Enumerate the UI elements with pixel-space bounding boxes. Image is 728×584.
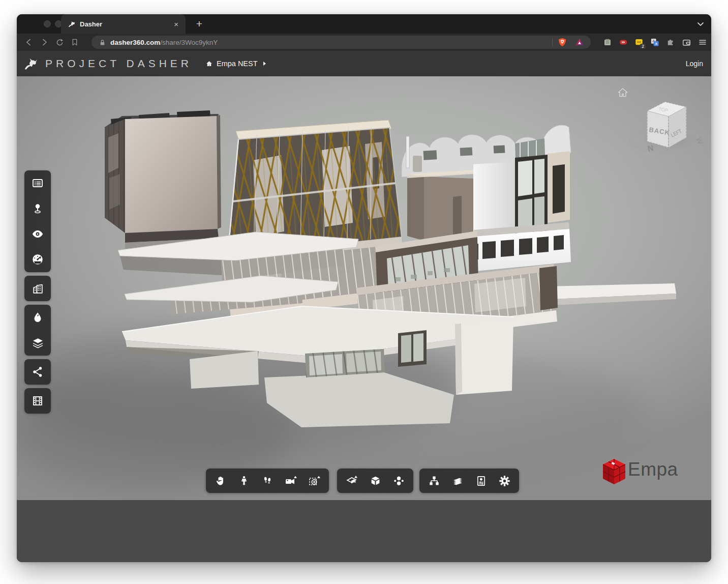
building-icon [32, 282, 44, 295]
building-button[interactable] [24, 276, 51, 301]
pill-separator [552, 38, 553, 46]
layer-stack-button[interactable] [446, 469, 469, 493]
url-domain: dasher360.com [110, 39, 160, 46]
page-title: PROJECT DASHER [45, 57, 192, 70]
navigation-toolbar [206, 469, 329, 493]
model-tree-button[interactable] [422, 469, 446, 493]
pan-button[interactable] [209, 469, 232, 493]
bookmark-icon [70, 38, 79, 47]
tab-title: Dasher [80, 20, 174, 28]
notes-extension-icon[interactable] [603, 38, 612, 47]
dashboard-list-button[interactable] [24, 170, 51, 196]
tab-strip: Dasher × + [17, 14, 711, 34]
water-button[interactable] [24, 305, 51, 330]
back-button[interactable] [21, 36, 37, 49]
layers-button[interactable] [24, 330, 51, 356]
zoom-window-icon [308, 474, 321, 487]
pin-button[interactable] [24, 196, 51, 221]
browser-window: Dasher × + d [17, 14, 711, 562]
extension-icons: 2 A a [603, 36, 707, 49]
url-path: /share/3Woc9yknY [160, 39, 218, 46]
share-button[interactable] [24, 359, 51, 385]
speed-extension-icon[interactable] [619, 38, 628, 47]
timeline-panel [17, 500, 711, 562]
bookmark-button[interactable] [67, 36, 82, 49]
menu-icon[interactable] [698, 38, 707, 47]
gazelle-logo-icon [23, 56, 38, 71]
cream-module [548, 151, 570, 223]
sidebar-group-share [24, 359, 51, 385]
new-tab-button[interactable]: + [192, 16, 207, 32]
login-button[interactable]: Login [686, 60, 703, 68]
brown-module [407, 170, 473, 241]
film-button[interactable] [24, 388, 51, 414]
droplet-icon [32, 311, 44, 324]
sidebar-group-environment [24, 305, 51, 356]
close-window-button[interactable] [44, 20, 51, 27]
address-bar[interactable]: dasher360.com/share/3Woc9yknY [92, 36, 591, 49]
brave-shield-icon[interactable] [557, 37, 567, 47]
left-sidebar [24, 170, 51, 417]
walk-button[interactable] [256, 469, 279, 493]
camera-button[interactable] [279, 469, 302, 493]
visibility-button[interactable] [24, 221, 51, 247]
gauge-button[interactable] [24, 247, 51, 272]
chat-extension-wrap[interactable]: 2 [634, 38, 644, 47]
sidebar-group-building [24, 276, 51, 301]
gauge-icon [31, 253, 44, 266]
white-band-level3 [474, 222, 571, 271]
view-cube[interactable]: N W TOP BACK LEFT [601, 81, 711, 168]
empa-tagline: Materials Science and Technology [630, 481, 711, 487]
film-icon [32, 395, 44, 407]
translate-icon[interactable]: A a [650, 38, 659, 47]
navigation-bar: dasher360.com/share/3Woc9yknY [17, 34, 711, 51]
sidebar-group-film [24, 388, 51, 414]
viewer-canvas[interactable]: N W TOP BACK LEFT [17, 76, 711, 500]
chevron-down-icon[interactable] [696, 19, 705, 28]
section-button[interactable] [340, 469, 363, 493]
empa-cube-icon [601, 458, 627, 486]
model-toolbar [337, 469, 413, 493]
lock-icon [99, 39, 106, 46]
left-module [105, 110, 221, 249]
layer-stack-icon [451, 475, 464, 487]
breadcrumb[interactable]: Empa NEST [205, 60, 267, 68]
settings-toolbar [419, 469, 519, 493]
tab-close-icon[interactable]: × [174, 20, 178, 28]
reload-button[interactable] [52, 36, 67, 49]
first-person-icon [238, 475, 250, 486]
compass-north-label[interactable]: N [647, 143, 654, 153]
cube-view-button[interactable] [363, 469, 387, 493]
settings-button[interactable] [493, 469, 516, 493]
empa-brand: Empa [628, 459, 678, 480]
gazelle-favicon-icon [68, 20, 76, 28]
zoom-window-button[interactable] [302, 469, 326, 493]
puzzle-extension-icon[interactable] [666, 38, 675, 47]
pan-hand-icon [215, 475, 227, 487]
extension-badge: 2 [640, 44, 646, 49]
pin-icon [32, 202, 44, 215]
explode-button[interactable] [387, 469, 410, 493]
layers-icon [32, 337, 44, 349]
camera-icon [284, 474, 297, 487]
home-icon [205, 60, 213, 68]
app-header: PROJECT DASHER Empa NEST Login [17, 51, 711, 76]
eye-icon [31, 227, 44, 241]
settings-gear-icon [498, 475, 511, 487]
properties-icon [475, 475, 487, 487]
breadcrumb-label: Empa NEST [217, 60, 258, 68]
share-icon [32, 366, 44, 378]
properties-button[interactable] [469, 469, 493, 493]
forward-icon [39, 37, 49, 47]
sidebar-group-data [24, 170, 51, 272]
browser-tab[interactable]: Dasher × [61, 14, 186, 34]
forward-button[interactable] [37, 36, 52, 49]
breadcrumb-arrow-icon[interactable] [261, 61, 267, 67]
explode-icon [392, 475, 405, 487]
list-icon [32, 177, 44, 189]
url-text: dasher360.com/share/3Woc9yknY [110, 39, 548, 46]
reload-icon [55, 38, 65, 47]
wallet-icon[interactable] [682, 38, 691, 47]
brave-rewards-icon[interactable] [574, 37, 585, 47]
first-person-button[interactable] [232, 469, 256, 493]
